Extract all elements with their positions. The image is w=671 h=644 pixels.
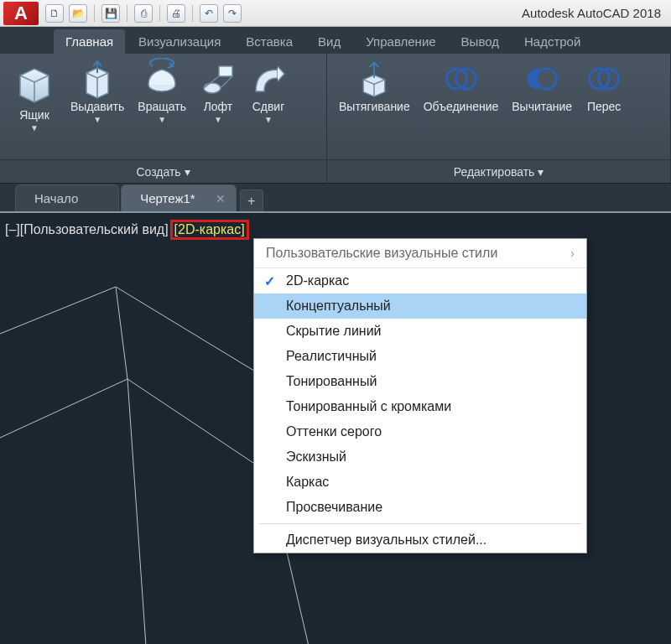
ctx-item-style-manager[interactable]: Диспетчер визуальных стилей... <box>254 527 586 553</box>
doctab-drawing1-label: Чертеж1* <box>140 191 195 205</box>
chevron-right-icon: › <box>570 247 575 260</box>
subtract-icon <box>523 60 560 97</box>
svg-line-13 <box>127 379 268 473</box>
ctx-item-2d-wireframe[interactable]: 2D-каркас <box>254 268 586 293</box>
titlebar: A 🗋 📂 💾 ⎙ 🖨 ↶ ↷ Autodesk AutoCAD 2018 <box>0 0 671 27</box>
presspull-icon <box>356 60 393 97</box>
ctx-item-shaded-edges[interactable]: Тонированный с кромками <box>254 394 586 419</box>
ribbon-tab-output[interactable]: Вывод <box>450 29 511 54</box>
subtract-label: Вычитание <box>512 101 572 113</box>
panel-edit-title[interactable]: Редактировать ▾ <box>327 159 670 183</box>
ribbon-body: Ящик ▼ Выдавить ▼ Вращать ▼ <box>0 54 671 183</box>
sweep-icon <box>250 60 287 97</box>
ribbon-tab-manage[interactable]: Управление <box>354 29 447 54</box>
ribbon-tabs: Главная Визуализация Вставка Вид Управле… <box>0 27 671 54</box>
extrude-button[interactable]: Выдавить ▼ <box>65 59 129 126</box>
svg-line-12 <box>0 379 127 438</box>
app-root: A 🗋 📂 💾 ⎙ 🖨 ↶ ↷ Autodesk AutoCAD 2018 Гл… <box>0 0 671 644</box>
loft-label: Лофт <box>204 101 233 113</box>
ribbon-tab-view[interactable]: Вид <box>306 29 352 54</box>
revolve-icon <box>143 60 180 97</box>
extrude-icon <box>79 60 116 97</box>
doctab-start[interactable]: Начало <box>15 184 119 211</box>
qat-separator <box>127 5 127 22</box>
union-label: Объединение <box>424 101 499 113</box>
sweep-label: Сдвиг <box>252 101 285 113</box>
viewport-label-prefix: [–][Пользовательский вид] <box>5 222 169 237</box>
ctx-item-conceptual[interactable]: Концептуальный <box>254 293 586 319</box>
loft-button[interactable]: Лофт ▼ <box>195 59 242 126</box>
qat-separator <box>94 5 95 22</box>
chevron-down-icon: ▼ <box>158 115 166 124</box>
ctx-header-label: Пользовательские визуальные стили <box>266 246 497 261</box>
ribbon-panel-create: Ящик ▼ Выдавить ▼ Вращать ▼ <box>0 54 327 183</box>
loft-icon <box>200 60 237 97</box>
qat-separator <box>159 5 160 22</box>
document-tabs: Начало Чертеж1* ✕ + <box>0 183 671 211</box>
qat-separator <box>192 5 193 22</box>
union-icon <box>443 60 480 97</box>
qat-open-icon[interactable]: 📂 <box>69 4 87 23</box>
ctx-separator <box>259 523 581 524</box>
qat-save-icon[interactable]: 💾 <box>101 4 120 23</box>
svg-line-10 <box>0 287 116 334</box>
chevron-down-icon: ▼ <box>214 115 222 124</box>
ctx-item-hidden[interactable]: Скрытие линий <box>254 319 586 344</box>
ribbon-tab-visualization[interactable]: Визуализация <box>127 29 232 54</box>
qat-print-icon[interactable]: 🖨 <box>167 4 185 23</box>
box-button[interactable]: Ящик ▼ <box>7 59 62 134</box>
chevron-down-icon: ▼ <box>30 123 39 132</box>
ribbon-tab-home[interactable]: Главная <box>54 29 125 54</box>
ctx-item-wireframe[interactable]: Каркас <box>254 470 586 495</box>
revolve-label: Вращать <box>138 101 186 113</box>
intersect-icon <box>585 60 622 97</box>
ribbon-panel-edit: Вытягивание Объединение Вычитание <box>327 54 671 183</box>
chevron-down-icon: ▼ <box>264 115 273 124</box>
panel-create-title[interactable]: Создать ▾ <box>0 159 326 183</box>
presspull-label: Вытягивание <box>339 101 410 113</box>
svg-point-1 <box>204 83 221 93</box>
ribbon-tab-addins[interactable]: Надстрой <box>512 29 592 54</box>
close-icon[interactable]: ✕ <box>216 192 226 205</box>
quick-access-toolbar: 🗋 📂 💾 ⎙ 🖨 ↶ ↷ <box>45 4 242 23</box>
doctab-start-label: Начало <box>34 191 78 205</box>
ribbon-tab-insert[interactable]: Вставка <box>234 29 304 54</box>
doctab-drawing1[interactable]: Чертеж1* ✕ <box>121 184 236 211</box>
intersect-button[interactable]: Перес <box>580 59 627 115</box>
qat-saveas-icon[interactable]: ⎙ <box>134 4 153 23</box>
visual-styles-context-menu: Пользовательские визуальные стили › 2D-к… <box>253 238 587 553</box>
qat-new-icon[interactable]: 🗋 <box>45 4 64 23</box>
union-button[interactable]: Объединение <box>419 59 504 115</box>
ctx-header-custom-styles[interactable]: Пользовательские визуальные стили › <box>254 239 586 268</box>
ctx-item-sketchy[interactable]: Эскизный <box>254 444 586 470</box>
doctab-add-button[interactable]: + <box>240 190 263 211</box>
app-title: Autodesk AutoCAD 2018 <box>522 6 668 20</box>
sweep-button[interactable]: Сдвиг ▼ <box>245 59 292 126</box>
svg-line-15 <box>127 379 146 644</box>
svg-rect-2 <box>219 66 232 76</box>
svg-line-11 <box>116 287 265 377</box>
extrude-label: Выдавить <box>70 101 124 113</box>
revolve-button[interactable]: Вращать ▼ <box>133 59 191 126</box>
subtract-button[interactable]: Вычитание <box>507 59 577 115</box>
ctx-item-grayscale[interactable]: Оттенки серого <box>254 419 586 444</box>
qat-redo-icon[interactable]: ↷ <box>223 4 242 23</box>
chevron-down-icon: ▼ <box>93 115 101 124</box>
bracket-close: ] <box>241 222 244 236</box>
box-icon <box>12 60 57 106</box>
app-logo[interactable]: A <box>3 2 39 25</box>
ctx-item-shaded[interactable]: Тонированный <box>254 369 586 394</box>
svg-line-14 <box>116 287 127 379</box>
ctx-item-xray[interactable]: Просвечивание <box>254 495 586 520</box>
ctx-item-realistic[interactable]: Реалистичный <box>254 344 586 369</box>
box-label: Ящик <box>19 109 49 122</box>
viewport[interactable]: [–][Пользовательский вид] [2D-каркас] По… <box>0 211 671 644</box>
qat-undo-icon[interactable]: ↶ <box>200 4 218 23</box>
intersect-label: Перес <box>587 101 621 113</box>
presspull-button[interactable]: Вытягивание <box>334 59 415 115</box>
visual-style-name: 2D-каркас <box>178 222 241 236</box>
